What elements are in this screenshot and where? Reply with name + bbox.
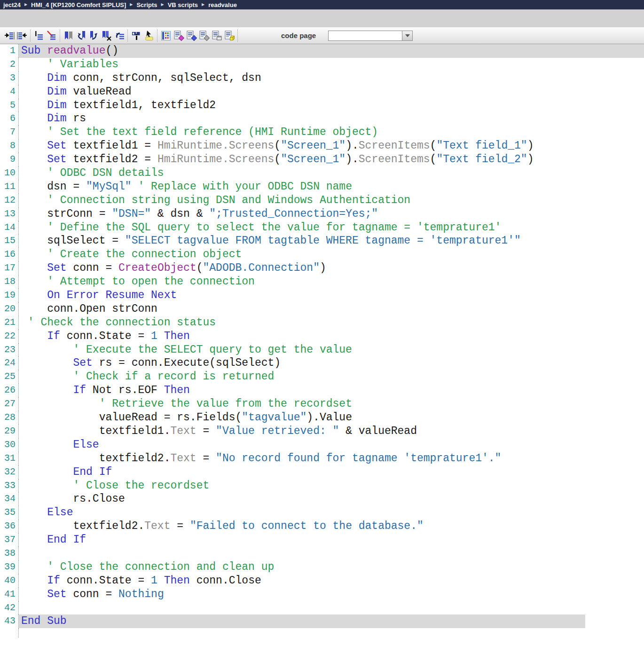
toolbar-separator — [157, 30, 157, 42]
code-line-text: ' Check the connection status — [19, 316, 644, 330]
code-line[interactable]: 29 textfield1.Text = "Value retrieved: "… — [0, 425, 644, 438]
code-line[interactable]: 31 textfield2.Text = "No record found fo… — [0, 452, 644, 465]
code-line[interactable]: 39 ' Close the connection and clean up — [0, 560, 644, 574]
code-line[interactable]: 23 ' Execute the SELECT query to get the… — [0, 343, 644, 357]
line-number: 11 — [0, 180, 19, 194]
code-line[interactable]: 10 ' ODBC DSN details — [0, 166, 644, 180]
line-number: 21 — [0, 316, 19, 330]
code-line[interactable]: 9 Set textfield2 = HmiRuntime.Screens("S… — [0, 153, 644, 166]
code-line[interactable]: 20 conn.Open strConn — [0, 302, 644, 316]
insert-object-icon — [224, 30, 235, 41]
select-object-button[interactable] — [142, 29, 155, 42]
code-line[interactable]: 26 If Not rs.EOF Then — [0, 384, 644, 397]
breadcrumb-item-vb-scripts[interactable]: VB scripts — [168, 1, 198, 8]
insert-object-button[interactable] — [223, 29, 236, 42]
code-line[interactable]: 3 Dim conn, strConn, sqlSelect, dsn — [0, 71, 644, 85]
gutter-stub — [0, 628, 644, 638]
code-line[interactable]: 34 rs.Close — [0, 492, 644, 506]
code-line[interactable]: 13 strConn = "DSN=" & dsn & ";Trusted_Co… — [0, 207, 644, 221]
line-number: 31 — [0, 452, 19, 465]
code-line-text: Set textfield1 = HmiRuntime.Screens("Scr… — [19, 139, 644, 153]
code-line[interactable]: 28 valueRead = rs.Fields("tagvalue").Val… — [0, 411, 644, 425]
code-line[interactable]: 6 Dim rs — [0, 112, 644, 126]
toggle-bookmark-button[interactable] — [62, 29, 75, 42]
insert-function-button[interactable] — [185, 29, 197, 42]
outdent-icon — [16, 30, 28, 41]
code-editor[interactable]: 1Sub readvalue()2 ' Variables3 Dim conn,… — [0, 44, 644, 638]
object-info-button[interactable] — [130, 29, 142, 42]
breadcrumb-item-hmi-device[interactable]: HMI_4 [KP1200 Comfort SIPLUS] — [31, 1, 126, 8]
code-line[interactable]: 24 Set rs = conn.Execute(sqlSelect) — [0, 356, 644, 370]
code-line[interactable]: 2 ' Variables — [0, 58, 644, 71]
code-line[interactable]: 8 Set textfield1 = HmiRuntime.Screens("S… — [0, 139, 644, 153]
breadcrumb-item-readvalue[interactable]: readvalue — [208, 1, 237, 8]
code-line[interactable]: 42 — [0, 601, 644, 615]
line-number: 9 — [0, 153, 19, 166]
line-number: 8 — [0, 139, 19, 153]
line-number: 26 — [0, 384, 19, 397]
previous-bookmark-button[interactable] — [75, 29, 87, 42]
delete-all-bookmarks-icon — [101, 30, 112, 41]
code-line[interactable]: 19 On Error Resume Next — [0, 289, 644, 302]
line-number: 32 — [0, 465, 19, 479]
code-line[interactable]: 1Sub readvalue() — [0, 44, 644, 58]
code-line[interactable]: 21 ' Check the connection status — [0, 316, 644, 330]
line-number: 6 — [0, 112, 19, 126]
code-line[interactable]: 36 textfield2.Text = "Failed to connect … — [0, 520, 644, 533]
indent-button[interactable] — [3, 29, 16, 42]
code-line[interactable]: 7 ' Set the text field reference (HMI Ru… — [0, 126, 644, 139]
next-bookmark-button[interactable] — [87, 29, 100, 42]
remove-comment-button[interactable] — [45, 29, 58, 42]
code-line-text: Set textfield2 = HmiRuntime.Screens("Scr… — [19, 153, 644, 166]
code-line[interactable]: 17 Set conn = CreateObject("ADODB.Connec… — [0, 261, 644, 275]
code-page-dropdown-button[interactable] — [402, 31, 412, 40]
bookmark-icon — [63, 30, 74, 41]
code-line[interactable]: 32 End If — [0, 465, 644, 479]
line-number: 27 — [0, 397, 19, 411]
code-line[interactable]: 35 Else — [0, 506, 644, 520]
breadcrumb-item-scripts[interactable]: Scripts — [136, 1, 157, 8]
code-lines: 1Sub readvalue()2 ' Variables3 Dim conn,… — [0, 44, 644, 628]
insert-function-icon — [186, 30, 197, 41]
code-line[interactable]: 38 — [0, 547, 644, 560]
code-line[interactable]: 25 ' Check if a record is returned — [0, 370, 644, 384]
code-line[interactable]: 27 ' Retrieve the value from the records… — [0, 397, 644, 411]
code-line-text: ' Check if a record is returned — [19, 370, 644, 384]
insert-parameter-button[interactable] — [197, 29, 210, 42]
code-line[interactable]: 14 ' Define the SQL query to select the … — [0, 221, 644, 235]
previous-bookmark-icon — [76, 30, 87, 41]
toolbar-separator — [30, 30, 31, 42]
insert-tag-button[interactable] — [172, 29, 185, 42]
code-line[interactable]: 12 ' Connection string using DSN and Win… — [0, 194, 644, 207]
code-line[interactable]: 37 End If — [0, 533, 644, 547]
special-characters-icon — [160, 30, 172, 41]
code-line[interactable]: 22 If conn.State = 1 Then — [0, 330, 644, 343]
line-number: 34 — [0, 492, 19, 506]
breadcrumb-arrow-icon: ▶ — [24, 0, 27, 9]
code-page-combobox[interactable] — [328, 31, 413, 41]
code-line[interactable]: 43End Sub — [0, 615, 644, 628]
code-line[interactable]: 41 Set conn = Nothing — [0, 588, 644, 601]
code-line-text: ' Attempt to open the connection — [19, 275, 644, 289]
goto-definition-button[interactable] — [113, 29, 126, 42]
code-line[interactable]: 15 sqlSelect = "SELECT tagvalue FROM tag… — [0, 234, 644, 248]
outdent-button[interactable] — [16, 29, 28, 42]
code-line[interactable]: 5 Dim textfield1, textfield2 — [0, 99, 644, 112]
code-line[interactable]: 16 ' Create the connection object — [0, 248, 644, 261]
code-line-text: Else — [19, 506, 644, 520]
breadcrumb-item-project[interactable]: ject24 — [3, 1, 21, 8]
code-line[interactable]: 30 Else — [0, 438, 644, 452]
insert-comment-button[interactable] — [32, 29, 45, 42]
delete-all-bookmarks-button[interactable] — [100, 29, 113, 42]
code-line-text: ' Close the recordset — [19, 479, 644, 493]
code-line[interactable]: 18 ' Attempt to open the connection — [0, 275, 644, 289]
line-number: 20 — [0, 302, 19, 316]
code-line-text: sqlSelect = "SELECT tagvalue FROM tagtab… — [19, 234, 644, 248]
insert-screen-button[interactable] — [210, 29, 223, 42]
special-characters-button[interactable] — [159, 29, 172, 42]
code-line[interactable]: 11 dsn = "MySql" ' Replace with your ODB… — [0, 180, 644, 194]
code-line[interactable]: 4 Dim valueRead — [0, 85, 644, 99]
code-line[interactable]: 33 ' Close the recordset — [0, 479, 644, 493]
breadcrumb-arrow-icon: ▶ — [130, 0, 133, 9]
code-line[interactable]: 40 If conn.State = 1 Then conn.Close — [0, 574, 644, 588]
